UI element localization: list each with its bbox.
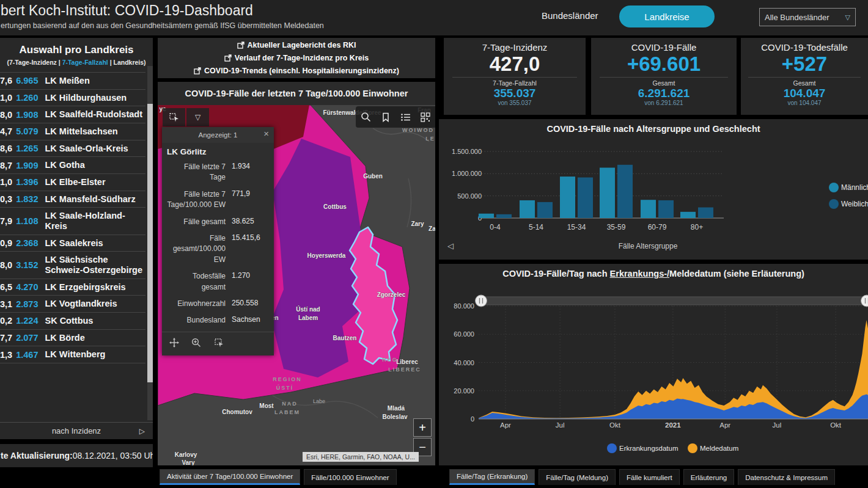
bar-weiblich[interactable] bbox=[496, 214, 512, 218]
row-name: SK Cottbus bbox=[45, 316, 143, 326]
bundesland-select[interactable]: Alle Bundesländer ▽ bbox=[759, 8, 856, 26]
age-gender-chart-panel: COVID-19-Fälle nach Altersgruppe und Ges… bbox=[439, 119, 868, 260]
row-name: LK Saale-Orla-Kreis bbox=[45, 144, 143, 154]
zoom-in-button[interactable]: + bbox=[413, 418, 432, 437]
select-features-button[interactable] bbox=[163, 108, 185, 126]
link-label: COVID-19-Trends (einschl. Hospitalisieru… bbox=[204, 65, 399, 78]
legend-swatch bbox=[688, 443, 697, 453]
sidebar-scrollbar[interactable] bbox=[147, 66, 153, 420]
landkreis-row[interactable]: 1,01.260LK Hildburghausen bbox=[0, 90, 145, 107]
sort-nach-inzidenz[interactable]: nach Inzidenz ▷ bbox=[0, 422, 153, 439]
svg-text:500.000: 500.000 bbox=[457, 192, 482, 200]
map-toolbar-left: ▽ bbox=[163, 108, 210, 126]
landkreise-toggle-button[interactable]: Landkreise bbox=[619, 5, 715, 27]
bar-maennlich[interactable] bbox=[680, 212, 696, 218]
row-name: LK Saalekreis bbox=[45, 238, 143, 249]
bar-maennlich[interactable] bbox=[641, 200, 656, 218]
divider bbox=[600, 77, 727, 78]
chevron-down-icon: ▽ bbox=[195, 113, 200, 122]
svg-text:15-34: 15-34 bbox=[567, 223, 586, 231]
tab-fälle-100-000-einwohner[interactable]: Fälle/100.000 Einwohner bbox=[304, 469, 396, 485]
tab-aktivität-über-7-tage-100-000-einwohner[interactable]: Aktivität über 7 Tage/100.000 Einwohner bbox=[160, 469, 300, 485]
row-inzidenz: 7,6 bbox=[0, 76, 12, 86]
last-update-panel: te Aktualisierung: 08.12.2021, 03:50 Uhr bbox=[0, 444, 153, 467]
last-update-label: te Aktualisierung: bbox=[1, 451, 73, 461]
collapse-left-icon[interactable]: ◁ bbox=[447, 241, 454, 250]
tab-datenschutz-impressum[interactable]: Datenschutz & Impressum bbox=[738, 469, 835, 485]
bar-maennlich[interactable] bbox=[479, 214, 494, 218]
landkreis-row[interactable]: 4,75.079LK Mittelsachsen bbox=[0, 123, 145, 140]
row-name: LK Vogtlandkreis bbox=[45, 299, 143, 309]
landkreis-row[interactable]: 0,21.224SK Cottbus bbox=[0, 313, 145, 330]
bundeslaender-toggle[interactable]: Bundesländer bbox=[542, 10, 598, 21]
timeline-handle-left[interactable] bbox=[476, 295, 487, 307]
divider bbox=[452, 77, 577, 78]
map-label: LE bbox=[425, 136, 435, 142]
landkreis-row[interactable]: 8,01.908LK Saalfeld-Rudolstadt bbox=[0, 106, 145, 123]
scrollbar-thumb[interactable] bbox=[147, 104, 153, 382]
svg-text:5-14: 5-14 bbox=[529, 223, 543, 231]
tab-erläuterung[interactable]: Erläuterung bbox=[683, 469, 734, 485]
landkreis-row[interactable]: 8,03.152LK Sächsische Schweiz-Osterzgebi… bbox=[0, 252, 145, 279]
row-fallzahl: 5.079 bbox=[16, 126, 38, 136]
stat-sub-value: 6.291.621 bbox=[638, 87, 690, 100]
map-bookmark-button[interactable] bbox=[378, 109, 394, 125]
bar-maennlich[interactable] bbox=[520, 200, 535, 218]
popup-count: Angezeigt: 1 bbox=[199, 131, 238, 139]
row-name: LK Mittelsachsen bbox=[45, 126, 143, 137]
row-fallzahl: 1.396 bbox=[16, 177, 38, 187]
landkreis-row[interactable]: 3,12.873LK Vogtlandkreis bbox=[0, 296, 145, 313]
map-search-button[interactable] bbox=[358, 109, 373, 125]
map-viewport[interactable]: ycFürstenwalde/SpreeFran(OWOIWODLEGubenC… bbox=[158, 105, 435, 465]
bar-weiblich[interactable] bbox=[617, 165, 633, 218]
landkreis-row[interactable]: 8,61.265LK Saale-Orla-Kreis bbox=[0, 140, 145, 158]
stat-sub-label: Gesamt bbox=[653, 79, 675, 87]
map-label: Chomutov bbox=[222, 409, 252, 415]
layers-dropdown-button[interactable]: ▽ bbox=[186, 108, 209, 126]
tab-fälle-kumuliert[interactable]: Fälle kumuliert bbox=[619, 469, 680, 485]
external-report-link[interactable]: Verlauf der 7-Tage-Inzidenz pro Kreis bbox=[224, 52, 369, 65]
bar-weiblich[interactable] bbox=[698, 208, 713, 218]
landkreis-row[interactable]: 0,31.832LK Mansfeld-Südharz bbox=[0, 191, 145, 208]
landkreis-row[interactable]: 7,66.965LK Meißen bbox=[0, 73, 145, 90]
link-label: Verlauf der 7-Tage-Inzidenz pro Kreis bbox=[235, 52, 369, 65]
landkreis-row[interactable]: 6,54.270LK Erzgebirgskreis bbox=[0, 279, 145, 296]
landkreis-row[interactable]: 0,92.368LK Saalekreis bbox=[0, 235, 145, 252]
bar-maennlich[interactable] bbox=[600, 168, 615, 218]
map-label: Labe bbox=[313, 398, 325, 404]
bar-maennlich[interactable] bbox=[560, 177, 575, 218]
landkreis-row[interactable]: 7,72.077LK Börde bbox=[0, 330, 145, 347]
landkreis-row[interactable]: 1,31.467LK Wittenberg bbox=[0, 346, 145, 363]
timeline-slider-track[interactable] bbox=[479, 297, 868, 305]
stat-card-todesfaelle: COVID-19-Todesfälle +527 Gesamt 104.047 … bbox=[741, 38, 868, 115]
row-inzidenz: 1,0 bbox=[0, 93, 12, 103]
sidebar-subtitle-fallzahl: 7-Tage-Fallzahl bbox=[62, 59, 108, 66]
external-report-link[interactable]: Aktueller Lagebericht des RKI bbox=[237, 39, 356, 52]
tab-fälle-tag-meldung-[interactable]: Fälle/Tag (Meldung) bbox=[539, 469, 616, 485]
svg-text:Jul: Jul bbox=[773, 421, 782, 429]
popup-select-button[interactable] bbox=[213, 338, 224, 350]
map-label: Karlovy bbox=[175, 451, 197, 458]
bookmark-icon bbox=[381, 112, 391, 122]
map-tab-bar: Aktivität über 7 Tage/100.000 EinwohnerF… bbox=[160, 469, 397, 485]
map-label: LIBEREC bbox=[388, 366, 421, 373]
row-fallzahl: 1.265 bbox=[16, 144, 38, 153]
landkreis-row[interactable]: 1,01.396LK Elbe-Elster bbox=[0, 174, 145, 191]
svg-text:20.000: 20.000 bbox=[454, 387, 474, 395]
popup-pan-button[interactable] bbox=[169, 338, 179, 350]
close-icon[interactable]: × bbox=[263, 128, 269, 139]
landkreis-row[interactable]: 8,71.909LK Gotha bbox=[0, 157, 145, 174]
popup-zoom-to-button[interactable] bbox=[191, 338, 201, 350]
bar-weiblich[interactable] bbox=[658, 200, 674, 218]
chevron-down-icon: ▽ bbox=[845, 13, 850, 21]
popup-field-label: Fälle gesamt/100.000 EW bbox=[167, 233, 226, 265]
bar-weiblich[interactable] bbox=[537, 202, 553, 218]
tab-fälle-tag-erkrankung-[interactable]: Fälle/Tag (Erkrankung) bbox=[449, 469, 535, 485]
map-legend-button[interactable] bbox=[397, 109, 413, 125]
map-label: Zgorzelec bbox=[377, 291, 406, 298]
popup-field-value: 1.270 bbox=[232, 271, 269, 293]
bar-weiblich[interactable] bbox=[578, 178, 593, 218]
landkreis-row[interactable]: 7,91.108LK Saale-Holzland-Kreis bbox=[0, 208, 145, 235]
external-report-link[interactable]: COVID-19-Trends (einschl. Hospitalisieru… bbox=[194, 65, 399, 78]
map-apps-button[interactable] bbox=[417, 109, 433, 125]
